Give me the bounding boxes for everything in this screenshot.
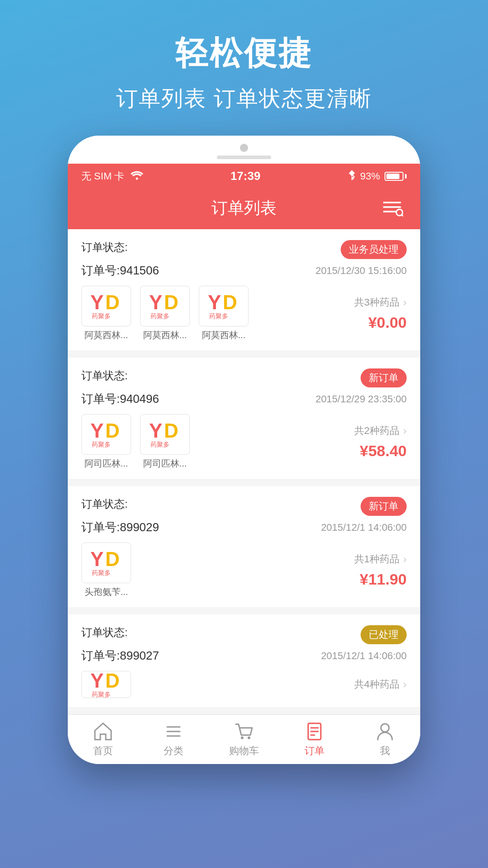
order-card-0[interactable]: 订单状态: 业务员处理 订单号:941506 2015/12/30 15:16:… [68, 229, 420, 350]
product-name: 头孢氨苄... [84, 586, 128, 598]
tab-item-订单[interactable]: 订单 [279, 715, 350, 764]
product-name: 阿莫西林... [143, 329, 187, 341]
phone-mockup: 无 SIM 卡 17:39 93% [68, 136, 420, 764]
phone-camera [240, 144, 248, 152]
order-number: 订单号:940496 [81, 391, 159, 407]
tab-label-我: 我 [380, 744, 390, 758]
product-count-text: 共2种药品 [354, 424, 399, 438]
svg-text:药聚多: 药聚多 [92, 441, 111, 448]
svg-text:药聚多: 药聚多 [92, 312, 111, 320]
order-card-3[interactable]: 订单状态: 已处理 订单号:899027 2015/12/1 14:06:00 … [68, 614, 420, 707]
svg-text:D: D [105, 671, 120, 692]
order-header: 订单状态: 新订单 [81, 368, 407, 387]
tab-item-分类[interactable]: 分类 [138, 715, 209, 764]
product-logo: Y D 药聚多 [81, 542, 131, 583]
chevron-right-icon: › [403, 553, 407, 566]
svg-text:D: D [164, 420, 178, 442]
tab-label-首页: 首页 [93, 744, 113, 758]
tab-label-订单: 订单 [305, 744, 324, 758]
svg-line-5 [402, 215, 403, 217]
svg-text:药聚多: 药聚多 [209, 312, 228, 320]
battery-icon [385, 172, 407, 181]
order-number-row: 订单号:899027 2015/12/1 14:06:00 [81, 648, 407, 664]
svg-text:药聚多: 药聚多 [150, 441, 169, 448]
order-number: 订单号:899027 [81, 648, 159, 664]
order-products: Y D 药聚多 阿司匹林... Y D 药聚多 阿司匹林... 共2种药品 [81, 414, 407, 470]
product-item: Y D 药聚多 阿莫西林... [81, 286, 131, 341]
svg-text:Y: Y [90, 548, 103, 570]
svg-text:药聚多: 药聚多 [92, 569, 111, 576]
order-price: ¥58.40 [360, 442, 407, 460]
status-time: 17:39 [230, 169, 261, 183]
product-count-area: 共2种药品 › ¥58.40 [345, 424, 407, 460]
order-products: Y D 药聚多 头孢氨苄... 共1种药品 › ¥11.90 [81, 542, 407, 598]
search-filter-button[interactable] [380, 196, 407, 220]
svg-text:Y: Y [90, 671, 103, 692]
order-products: Y D 药聚多 阿莫西林... Y D 药聚多 阿莫西林... Y D 药聚多 [81, 286, 407, 341]
product-logo: Y D 药聚多 [81, 414, 131, 455]
product-name: 阿司匹林... [143, 458, 187, 470]
product-logo: Y D 药聚多 [140, 286, 190, 326]
status-right: 93% [347, 170, 407, 183]
order-status-label: 订单状态: [81, 240, 128, 255]
tab-icon-home [93, 722, 113, 741]
order-card-2[interactable]: 订单状态: 新订单 订单号:899029 2015/12/1 14:06:00 … [68, 486, 420, 607]
product-count-text: 共3种药品 [354, 296, 399, 309]
svg-text:Y: Y [149, 420, 162, 442]
svg-point-0 [136, 177, 138, 179]
order-status-label: 订单状态: [81, 625, 128, 640]
tab-label-分类: 分类 [164, 744, 183, 758]
product-count-text: 共1种药品 [354, 552, 399, 566]
phone-top-area [68, 136, 420, 164]
order-header: 订单状态: 业务员处理 [81, 240, 407, 259]
tab-icon-order [305, 722, 324, 741]
product-name: 阿莫西林... [202, 329, 246, 341]
product-items-list: Y D 药聚多 头孢氨苄... [81, 542, 345, 598]
tab-icon-cart [234, 722, 254, 741]
product-logo: Y D 药聚多 [81, 286, 131, 326]
tab-item-购物车[interactable]: 购物车 [209, 715, 279, 764]
chevron-right-icon: › [403, 425, 407, 437]
chevron-right-icon: › [403, 296, 407, 309]
bluetooth-icon [347, 170, 356, 183]
order-date: 2015/12/29 23:35:00 [315, 393, 407, 405]
svg-text:D: D [223, 291, 237, 313]
product-items-list: Y D 药聚多 阿莫西林... Y D 药聚多 阿莫西林... Y D 药聚多 [81, 286, 345, 341]
order-date: 2015/12/30 15:16:00 [315, 265, 407, 277]
product-count-row: 共4种药品 › [354, 678, 407, 691]
order-number: 订单号:941506 [81, 263, 159, 278]
battery-percent: 93% [360, 170, 380, 182]
status-left: 无 SIM 卡 [81, 170, 143, 183]
product-logo: Y D 药聚多 [140, 414, 190, 455]
phone-speaker [217, 156, 271, 159]
svg-point-31 [248, 736, 250, 739]
product-name: 阿莫西林... [84, 329, 128, 341]
product-count-area: 共4种药品 › [345, 678, 407, 691]
product-logo: Y D 药聚多 [199, 286, 249, 326]
status-bar: 无 SIM 卡 17:39 93% [68, 164, 420, 189]
order-date: 2015/12/1 14:06:00 [321, 650, 407, 662]
order-products: Y D 药聚多 共4种药品 › [81, 671, 407, 698]
carrier-text: 无 SIM 卡 [81, 170, 124, 183]
tab-item-首页[interactable]: 首页 [68, 715, 138, 764]
svg-text:Y: Y [149, 291, 162, 313]
product-item: Y D 药聚多 阿莫西林... [140, 286, 190, 341]
order-badge: 新订单 [361, 497, 407, 516]
product-item: Y D 药聚多 阿司匹林... [140, 414, 190, 470]
svg-text:Y: Y [208, 291, 221, 313]
order-date: 2015/12/1 14:06:00 [321, 522, 407, 533]
promo-section: 轻松便捷 订单列表 订单状态更清晰 [0, 0, 488, 136]
order-status-label: 订单状态: [81, 497, 128, 511]
order-card-1[interactable]: 订单状态: 新订单 订单号:940496 2015/12/29 23:35:00… [68, 358, 420, 479]
svg-text:药聚多: 药聚多 [92, 691, 111, 698]
order-number-row: 订单号:941506 2015/12/30 15:16:00 [81, 263, 407, 278]
order-badge: 业务员处理 [341, 240, 407, 259]
tab-item-我[interactable]: 我 [350, 715, 420, 764]
order-number-row: 订单号:899029 2015/12/1 14:06:00 [81, 519, 407, 535]
product-item: Y D 药聚多 头孢氨苄... [81, 542, 131, 598]
svg-text:D: D [105, 420, 120, 442]
order-header: 订单状态: 新订单 [81, 497, 407, 516]
product-count-row: 共2种药品 › [354, 424, 407, 438]
product-items-list: Y D 药聚多 [81, 671, 345, 698]
order-number: 订单号:899029 [81, 519, 159, 535]
